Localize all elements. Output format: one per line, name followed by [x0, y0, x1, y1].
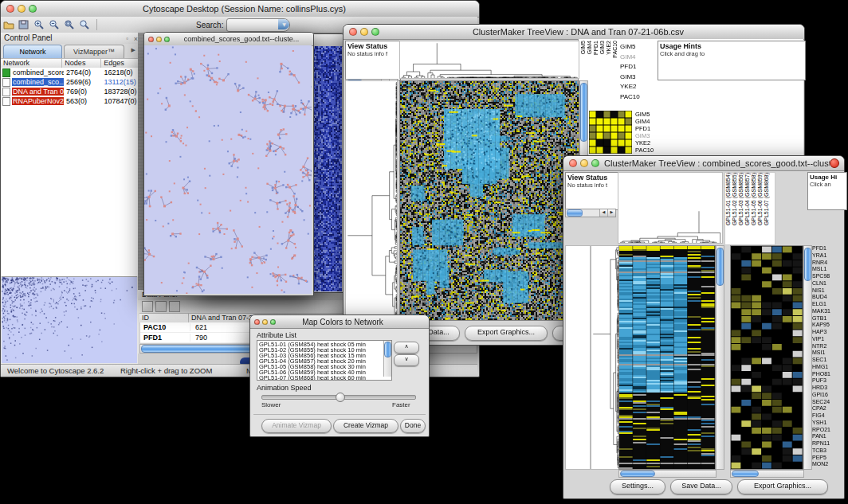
tv2-gene-label[interactable]: VIP1: [812, 336, 842, 343]
tv2-gene-label[interactable]: SPC98: [812, 273, 842, 280]
window-controls[interactable]: [1, 5, 37, 13]
tv2-gene-label[interactable]: RPO21: [812, 427, 842, 434]
tv2-gene-label[interactable]: PEP5: [812, 455, 842, 462]
zoom-icon[interactable]: [371, 28, 379, 36]
tv2-gene-label[interactable]: MAK31: [812, 308, 842, 315]
tv2-gene-label[interactable]: MSL1: [812, 266, 842, 273]
open-file-icon[interactable]: [1, 18, 16, 32]
network-list-row[interactable]: RNAPuberNov2...563(0)107847(0): [1, 96, 138, 106]
tv1-matrix-label[interactable]: GIM4: [635, 118, 667, 125]
settings-button[interactable]: Settings...: [610, 479, 665, 494]
tv2-gene-label[interactable]: PHO81: [812, 371, 842, 378]
tv2-gene-label[interactable]: BUD4: [812, 294, 842, 301]
zoom-hscrollbar[interactable]: [730, 470, 804, 478]
tv2-gene-label[interactable]: RPN11: [812, 440, 842, 447]
column-dendrogram-canvas[interactable]: [618, 172, 723, 244]
view-status-scrollbar[interactable]: ◀ ▶: [565, 209, 616, 217]
tv1-matrix-label[interactable]: GIM3: [635, 132, 667, 139]
tv2-gene-label[interactable]: HMG1: [812, 364, 842, 371]
window-controls[interactable]: [144, 37, 170, 42]
column-dendrogram-canvas[interactable]: [399, 41, 579, 79]
search-input[interactable]: ▼: [226, 18, 290, 32]
tab-overflow-icon[interactable]: ▶: [124, 44, 138, 58]
tv1-gene-label[interactable]: YKE2: [620, 82, 655, 92]
search-dropdown-icon[interactable]: ▼: [278, 19, 289, 29]
network-list-row[interactable]: DNA and Tran 0...769(0)183728(0): [1, 87, 138, 96]
overview-strip[interactable]: [565, 245, 591, 470]
tv2-gene-label[interactable]: PFD1: [812, 245, 842, 252]
tv1-matrix-label[interactable]: YKE2: [635, 139, 667, 147]
tv2-gene-label[interactable]: SEC24: [812, 399, 842, 406]
scroll-left-icon[interactable]: ◀: [599, 209, 607, 217]
attribute-scroll-thumb[interactable]: [384, 342, 391, 357]
zoom-icon[interactable]: [591, 159, 599, 167]
zoom-in-icon[interactable]: [31, 18, 46, 32]
close-icon[interactable]: [569, 159, 577, 167]
attribute-list-item[interactable]: GPL51-07 (GSM868) heat shock 60 min: [259, 375, 390, 381]
tv1-matrix-label[interactable]: GIM5: [635, 111, 667, 118]
tv2-gene-label[interactable]: MSI1: [812, 350, 842, 357]
window-controls[interactable]: [250, 319, 276, 325]
zoom-hscroll-thumb[interactable]: [732, 471, 759, 477]
zoom-icon[interactable]: [29, 5, 37, 13]
heatmap-canvas[interactable]: [399, 80, 579, 321]
heatmap-strip-canvas[interactable]: [618, 245, 716, 470]
window-controls[interactable]: [344, 28, 379, 36]
zoom-icon[interactable]: [164, 37, 170, 42]
minimize-icon[interactable]: [18, 5, 26, 13]
scroll-right-icon[interactable]: ▶: [607, 209, 615, 217]
attribute-function-icon[interactable]: [169, 301, 180, 312]
attribute-list[interactable]: GPL51-01 (GSM854) heat shock 05 minGPL51…: [257, 340, 392, 381]
tv2-gene-label[interactable]: ELG1: [812, 301, 842, 308]
minimize-icon[interactable]: [580, 159, 588, 167]
network-graph-canvas[interactable]: [144, 45, 312, 294]
attribute-table-icon[interactable]: [155, 301, 167, 312]
zoom-vscroll-thumb[interactable]: [804, 248, 811, 281]
animation-speed-slider[interactable]: [261, 395, 416, 400]
slider-thumb[interactable]: [336, 393, 345, 402]
tv2-gene-label[interactable]: KAP95: [812, 322, 842, 329]
tv2-gene-label[interactable]: FIG4: [812, 412, 842, 420]
tv1-gene-label[interactable]: GIM5: [620, 42, 655, 53]
minimize-icon[interactable]: [156, 37, 162, 42]
close-icon[interactable]: [6, 5, 14, 13]
zoom-fit-icon[interactable]: [61, 18, 77, 32]
tv2-gene-label[interactable]: YSH1: [812, 420, 842, 427]
save-data-button[interactable]: Save Data...: [670, 479, 732, 494]
zoom-vscrollbar[interactable]: [803, 245, 812, 470]
row-dendrogram-canvas[interactable]: [345, 80, 398, 321]
heatmap-vscroll-thumb[interactable]: [580, 83, 587, 142]
network-list-row[interactable]: combined_scores2764(0)16218(0): [1, 68, 138, 77]
tv1-matrix-label[interactable]: PFD1: [635, 125, 667, 132]
save-icon[interactable]: [16, 18, 31, 32]
zoom-out-icon[interactable]: [46, 18, 61, 32]
export-graphics-button[interactable]: Export Graphics...: [465, 326, 548, 341]
tv2-gene-label[interactable]: GPI16: [812, 392, 842, 399]
minimize-icon[interactable]: [360, 28, 368, 36]
tab-network[interactable]: Network: [3, 45, 62, 58]
tv2-gene-label[interactable]: NIS1: [812, 287, 842, 295]
network-overview-thumbnail[interactable]: [2, 276, 137, 363]
treeview1-titlebar[interactable]: ClusterMaker TreeView : DNA and Tran 07-…: [344, 25, 804, 40]
minimize-icon[interactable]: [262, 319, 268, 325]
tv1-gene-label[interactable]: PFD1: [620, 62, 655, 72]
select-attributes-icon[interactable]: [142, 301, 153, 312]
strip-vscroll-thumb[interactable]: [716, 248, 724, 286]
zoom-icon[interactable]: [270, 319, 276, 325]
tv2-gene-label[interactable]: MON2: [812, 461, 842, 468]
tv2-gene-label[interactable]: PUF3: [812, 377, 842, 385]
row-dendrogram-canvas[interactable]: [591, 245, 619, 470]
dialog-titlebar[interactable]: Map Colors to Network: [250, 315, 429, 329]
export-graphics-button[interactable]: Export Graphics...: [737, 479, 828, 494]
move-down-button[interactable]: ∨: [394, 354, 419, 366]
tv2-gene-label[interactable]: GTB1: [812, 315, 842, 322]
tv1-gene-label[interactable]: GIM3: [620, 72, 655, 83]
tv2-gene-label[interactable]: CLN1: [812, 280, 842, 287]
treeview2-titlebar[interactable]: ClusterMaker TreeView : combined_scores_…: [563, 156, 844, 171]
strip-hscroll-thumb[interactable]: [620, 471, 655, 477]
network-window-titlebar[interactable]: combined_scores_good.txt--cluste...: [144, 33, 313, 46]
tv1-matrix-label[interactable]: PAC10: [635, 147, 667, 154]
close-icon[interactable]: [148, 37, 154, 42]
main-titlebar[interactable]: Cytoscape Desktop (Session Name: collins…: [1, 1, 479, 18]
correlation-matrix-canvas[interactable]: [589, 111, 632, 154]
